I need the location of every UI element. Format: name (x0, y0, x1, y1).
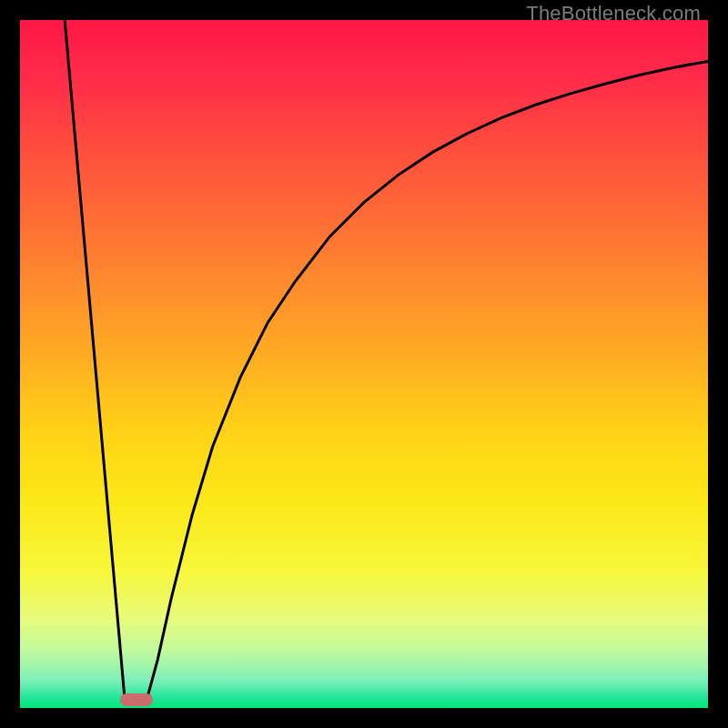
curve-left (65, 20, 125, 698)
plot-area (20, 20, 708, 708)
curve-svg (20, 20, 708, 708)
chart-frame: TheBottleneck.com (0, 0, 728, 728)
optimal-marker (120, 693, 153, 706)
curve-right (147, 61, 708, 697)
